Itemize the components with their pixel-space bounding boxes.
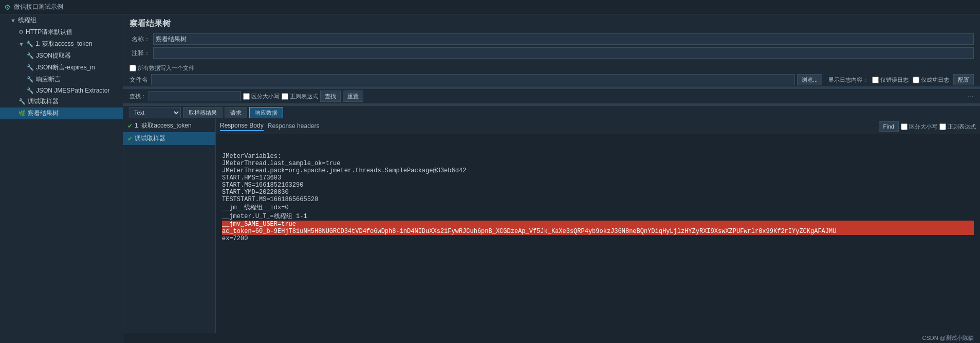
- plug-icon: 🔧: [27, 52, 34, 59]
- log-content-label: 显示日志内容：: [828, 76, 868, 84]
- find-button[interactable]: 查找: [320, 91, 341, 102]
- arrow-icon: ▼: [19, 41, 24, 47]
- sidebar: ▼ 线程组 ⚙ HTTP请求默认值 ▼ 🔧 1. 获取access_token …: [0, 14, 123, 343]
- all-data-checkbox-label[interactable]: 所有数据写入一个文件: [130, 64, 194, 72]
- more-options-icon[interactable]: ···: [968, 92, 974, 100]
- name-input[interactable]: [153, 33, 974, 45]
- plug-icon: 🔧: [27, 64, 34, 71]
- search-row: 查找： 区分大小写 正则表达式 查找 重置 ···: [123, 88, 980, 103]
- response-line: START.MS=1661852163290: [222, 182, 974, 189]
- top-tabs-row: Text XML HTML JSON Regexp Tester XPath T…: [123, 105, 980, 119]
- sidebar-item-debug-sampler[interactable]: 🔧 调试取样器: [0, 96, 123, 107]
- response-line: TESTSTART.MS=1661865665520: [222, 196, 974, 203]
- tab-response-body[interactable]: Response Body: [220, 122, 264, 131]
- results-area: Text XML HTML JSON Regexp Tester XPath T…: [123, 105, 980, 333]
- only-success-label[interactable]: 仅成功日志: [913, 76, 949, 84]
- panel-header: 察看结果树 名称： 注释：: [123, 14, 980, 63]
- resp-regex-checkbox[interactable]: [939, 123, 946, 130]
- sidebar-item-response-assertion[interactable]: 🔧 响应断言: [0, 74, 123, 85]
- sidebar-item-http-defaults[interactable]: ⚙ HTTP请求默认值: [0, 26, 123, 38]
- case-sensitive-label[interactable]: 区分大小写: [243, 93, 280, 100]
- config-button[interactable]: 配置: [953, 74, 974, 85]
- reset-button[interactable]: 重置: [343, 91, 363, 102]
- resp-case-text: 区分大小写: [909, 123, 937, 131]
- sidebar-item-label: 1. 获取access_token: [35, 40, 93, 48]
- name-row: 名称：: [130, 33, 974, 45]
- response-line: START.YMD=20220830: [222, 189, 974, 196]
- content-panel: Response Body Response headers Find 区分大小…: [216, 119, 980, 333]
- response-tabs: Response Body Response headers Find 区分大小…: [216, 119, 980, 134]
- format-dropdown[interactable]: Text XML HTML JSON Regexp Tester XPath T…: [130, 107, 181, 118]
- response-line: JMeterThread.last_sample_ok=true: [222, 160, 974, 167]
- gear-icon: ⚙: [19, 29, 24, 35]
- list-item-get-token[interactable]: ✔ 1. 获取access_token: [123, 119, 215, 132]
- regex-text: 正则表达式: [290, 93, 318, 100]
- sidebar-item-json-assertion[interactable]: 🔧 JSON断言-expires_in: [0, 62, 123, 74]
- sidebar-item-label: 响应断言: [36, 75, 61, 84]
- case-sensitive-text: 区分大小写: [251, 93, 280, 100]
- only-success-checkbox[interactable]: [913, 77, 919, 83]
- bottom-bar: CSDN @测试小陈缺: [123, 333, 980, 343]
- tab-response-headers[interactable]: Response headers: [268, 122, 320, 131]
- green-check-icon-2: ✔: [127, 135, 133, 142]
- sidebar-item-json-extractor[interactable]: 🔧 JSON提取器: [0, 50, 123, 62]
- resp-regex-text: 正则表达式: [948, 123, 976, 131]
- response-body: JMeterVariables:JMeterThread.last_sample…: [216, 134, 980, 333]
- search-input[interactable]: [149, 91, 241, 101]
- sidebar-item-label: 察看结果树: [28, 109, 59, 118]
- only-success-text: 仅成功日志: [921, 76, 949, 84]
- app-icon: ⚙: [4, 3, 11, 11]
- plug-icon: 🔧: [27, 87, 34, 94]
- search-label: 查找：: [130, 93, 146, 100]
- sampler-list: ✔ 1. 获取access_token ✔ 调试取样器: [123, 119, 216, 333]
- sidebar-item-label: JSON断言-expires_in: [36, 63, 95, 72]
- list-item-debug-sampler[interactable]: ✔ 调试取样器: [123, 132, 215, 145]
- sidebar-item-label: HTTP请求默认值: [26, 28, 72, 37]
- all-data-label: 所有数据写入一个文件: [138, 64, 194, 72]
- response-line: START.HMS=173603: [222, 174, 974, 182]
- response-line: __jmv_SAME_USER=true: [222, 221, 974, 228]
- arrow-icon: ▼: [10, 17, 16, 24]
- response-line: JMeterVariables:: [222, 153, 974, 160]
- tab-request[interactable]: 请求: [225, 107, 247, 118]
- only-error-checkbox[interactable]: [872, 77, 879, 83]
- sidebar-item-view-results[interactable]: 🌿 察看结果树: [0, 107, 123, 119]
- only-error-label[interactable]: 仅错误日志: [872, 76, 909, 84]
- title-bar: ⚙ 微信接口测试示例: [0, 0, 980, 14]
- list-item-label: 1. 获取access_token: [135, 121, 192, 130]
- resp-case-label[interactable]: 区分大小写: [901, 123, 937, 131]
- name-label: 名称：: [130, 35, 150, 44]
- response-line: __jm__线程组__idx=0: [222, 203, 974, 212]
- browse-button[interactable]: 浏览...: [797, 74, 822, 85]
- response-line: ac_token=60_b-9EHjT81uNH5H8NUGRCD34tVD4f…: [222, 228, 974, 235]
- sidebar-item-label: 线程组: [18, 16, 36, 25]
- csdn-label: CSDN @测试小陈缺: [922, 334, 974, 342]
- tab-sampler-results[interactable]: 取样器结果: [183, 107, 223, 118]
- sidebar-item-thread-group[interactable]: ▼ 线程组: [0, 14, 123, 26]
- comment-input[interactable]: [153, 47, 974, 59]
- tab-response-data[interactable]: 响应数据: [249, 107, 283, 118]
- regex-label[interactable]: 正则表达式: [282, 93, 318, 100]
- sidebar-item-json-jmespath[interactable]: 🔧 JSON JMESPath Extractor: [0, 85, 123, 96]
- plug-icon: 🔧: [27, 76, 34, 83]
- file-input[interactable]: [151, 74, 795, 85]
- sidebar-item-label: JSON提取器: [36, 51, 71, 60]
- sidebar-item-label: JSON JMESPath Extractor: [36, 87, 109, 94]
- response-line: JMeterThread.pack=org.apache.jmeter.thre…: [222, 167, 974, 174]
- file-row: 文件名 浏览... 显示日志内容： 仅错误日志 仅成功日志 配置: [123, 73, 980, 86]
- case-sensitive-checkbox[interactable]: [243, 93, 250, 100]
- response-line: __jmeter.U_T_=线程组 1-1: [222, 212, 974, 221]
- resp-regex-label[interactable]: 正则表达式: [939, 123, 976, 131]
- resp-case-checkbox[interactable]: [901, 123, 908, 130]
- green-check-icon: ✔: [127, 122, 133, 130]
- regex-checkbox[interactable]: [282, 93, 288, 100]
- sidebar-item-get-token[interactable]: ▼ 🔧 1. 获取access_token: [0, 38, 123, 50]
- main-layout: ▼ 线程组 ⚙ HTTP请求默认值 ▼ 🔧 1. 获取access_token …: [0, 14, 980, 343]
- comment-row: 注释：: [130, 47, 974, 59]
- results-tree-icon: 🌿: [19, 110, 26, 117]
- resp-find-button[interactable]: Find: [879, 121, 899, 132]
- all-data-checkbox[interactable]: [130, 65, 136, 71]
- list-item-label-2: 调试取样器: [135, 134, 165, 143]
- resp-search-row: Find 区分大小写 正则表达式: [879, 121, 976, 132]
- all-data-row: 所有数据写入一个文件: [123, 63, 980, 73]
